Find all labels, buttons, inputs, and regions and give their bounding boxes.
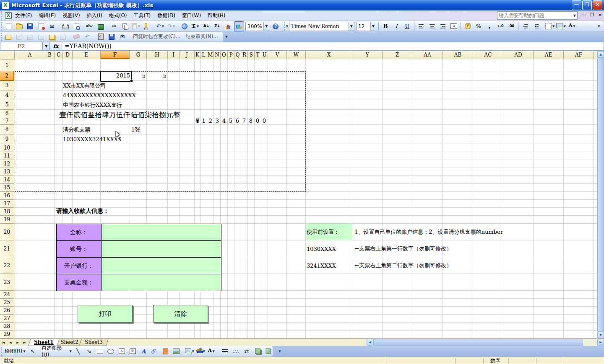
scroll-down-button[interactable]: ▼ (597, 332, 604, 338)
doc-close-button[interactable]: × (596, 12, 604, 19)
previous-sheet-button[interactable]: ◀ (7, 339, 14, 346)
next-comment-button[interactable] (25, 32, 35, 42)
column-header-J[interactable]: J (180, 51, 195, 59)
print-button[interactable] (60, 21, 70, 31)
column-header-T[interactable]: T (255, 51, 261, 59)
menu-view[interactable]: 视图(V) (59, 11, 83, 21)
row-header-25[interactable]: 25 (0, 299, 14, 307)
format-painter-button[interactable] (142, 21, 152, 31)
select-objects-button[interactable]: ↖ (28, 346, 38, 356)
row-header-18[interactable]: 18 (0, 208, 14, 216)
comma-style-button[interactable]: , (484, 21, 495, 31)
cell-cheque-number[interactable]: 1030XXXX3241XXXX (63, 134, 122, 144)
sheet-tab-Sheet1[interactable]: Sheet1 (28, 339, 59, 346)
bold-button[interactable]: B (380, 21, 391, 31)
cell-amount-in-words[interactable]: 壹仟贰佰叁拾肆万伍仟陆佰柒拾捌元整 (59, 109, 180, 121)
end-review-button[interactable]: 结束审阅(N)... (183, 33, 221, 40)
draw-menu-button[interactable]: 绘图(R)▼ (3, 346, 27, 356)
row-header-2[interactable]: 2 (0, 71, 14, 81)
minimize-button[interactable]: — (572, 0, 581, 10)
decrease-decimal-button[interactable]: .00 (506, 21, 516, 31)
column-header-I[interactable]: I (168, 51, 180, 59)
toolbar-grip[interactable] (1, 347, 2, 356)
column-header-D[interactable]: D (63, 51, 73, 59)
font-size-combo[interactable]: 12 ▼ (356, 22, 376, 31)
new-comment-button[interactable] (3, 32, 13, 42)
menu-tools[interactable]: 工具(T) (130, 11, 154, 21)
menu-edit[interactable]: 编辑(E) (35, 11, 59, 21)
dash-style-button[interactable] (231, 346, 241, 356)
column-header-X[interactable]: X (306, 51, 352, 59)
align-right-button[interactable] (438, 21, 448, 31)
paste-button[interactable]: ▼ (131, 21, 141, 31)
row-header-14[interactable]: 14 (0, 176, 14, 184)
chevron-down-icon[interactable]: ▼ (370, 22, 376, 31)
save-version-button[interactable] (107, 32, 117, 42)
settings-value-1[interactable]: 1030XXXX (307, 240, 336, 257)
column-header-AD[interactable]: AD (503, 51, 534, 59)
save-button[interactable] (25, 21, 35, 31)
new-document-button[interactable] (3, 21, 13, 31)
cut-button[interactable]: ✂ (109, 21, 119, 31)
row-header-4[interactable]: 4 (0, 90, 14, 100)
research-button[interactable] (96, 21, 106, 31)
font-name-combo[interactable]: Times New Roman ▼ (289, 22, 354, 31)
row-header-8[interactable]: 8 (0, 125, 14, 134)
decrease-indent-button[interactable]: ← (520, 21, 530, 31)
copy-button[interactable] (120, 21, 130, 31)
name-box[interactable]: F2 (0, 42, 43, 50)
menu-data[interactable]: 数据(D) (154, 11, 179, 21)
previous-comment-button[interactable] (14, 32, 24, 42)
column-header-V[interactable]: V (268, 51, 287, 59)
row-header-21[interactable]: 21 (0, 240, 14, 257)
insert-hyperlink-button[interactable] (180, 21, 190, 31)
scroll-right-button[interactable]: ▶ (597, 339, 604, 346)
row-header-29[interactable]: 29 (0, 330, 14, 338)
next-sheet-button[interactable]: ▶ (14, 339, 21, 346)
show-comment-button[interactable] (36, 32, 46, 42)
column-header-AC[interactable]: AC (473, 51, 503, 59)
increase-indent-button[interactable]: → (531, 21, 541, 31)
menu-insert[interactable]: 插入(I) (83, 11, 106, 21)
open-button[interactable] (14, 21, 24, 31)
row-header-28[interactable]: 28 (0, 323, 14, 330)
column-header-AB[interactable]: AB (443, 51, 473, 59)
column-header-U[interactable]: U (261, 51, 268, 59)
row-header-26[interactable]: 26 (0, 307, 14, 315)
chevron-down-icon[interactable]: ▼ (349, 22, 354, 31)
undo-review-button[interactable]: ↶ (82, 32, 92, 42)
3d-style-button[interactable] (263, 346, 273, 356)
delete-comment-button[interactable] (58, 32, 68, 42)
print-sheet-button[interactable]: 打印 (78, 305, 133, 323)
row-header-17[interactable]: 17 (0, 200, 14, 208)
line-style-button[interactable] (220, 346, 230, 356)
row-header-5[interactable]: 5 (0, 100, 14, 110)
currency-style-button[interactable]: ¥ (463, 21, 473, 31)
column-header-F[interactable]: F (101, 51, 130, 59)
percent-style-button[interactable]: % (474, 21, 484, 31)
row-header-20[interactable]: 20 (0, 224, 14, 240)
show-all-comments-button[interactable] (47, 32, 57, 42)
column-header-K[interactable]: K (195, 51, 200, 59)
row-header-22[interactable]: 22 (0, 257, 14, 274)
insert-clipart-button[interactable] (160, 346, 170, 356)
column-header-M[interactable]: M (207, 51, 214, 59)
restore-button[interactable]: ❐ (582, 0, 592, 10)
chart-wizard-button[interactable] (223, 21, 233, 31)
reply-with-changes-button[interactable]: 回复时包含更改(C)... (130, 33, 183, 40)
settings-header-cell[interactable]: 使用前设置： (306, 224, 352, 240)
form-field-name[interactable] (102, 224, 221, 241)
cell-cheque-count[interactable]: 1张 (131, 125, 140, 134)
column-header-H[interactable]: H (147, 51, 168, 59)
sort-descending-button[interactable]: Z↓ (212, 21, 222, 31)
insert-wordart-button[interactable]: A (138, 346, 148, 356)
column-header-AF[interactable]: AF (564, 51, 594, 59)
row-header-11[interactable]: 11 (0, 152, 14, 160)
form-field-amount[interactable] (102, 274, 221, 291)
select-all-corner[interactable] (0, 51, 15, 59)
column-header-AE[interactable]: AE (534, 51, 564, 59)
cell-payer-account[interactable]: 44XXXXXXXXXXXXXXXXX (63, 90, 136, 100)
row-header-13[interactable]: 13 (0, 168, 14, 176)
autosum-button[interactable]: Σ▼ (190, 21, 200, 31)
undo-button[interactable]: ↶▼ (155, 21, 165, 31)
